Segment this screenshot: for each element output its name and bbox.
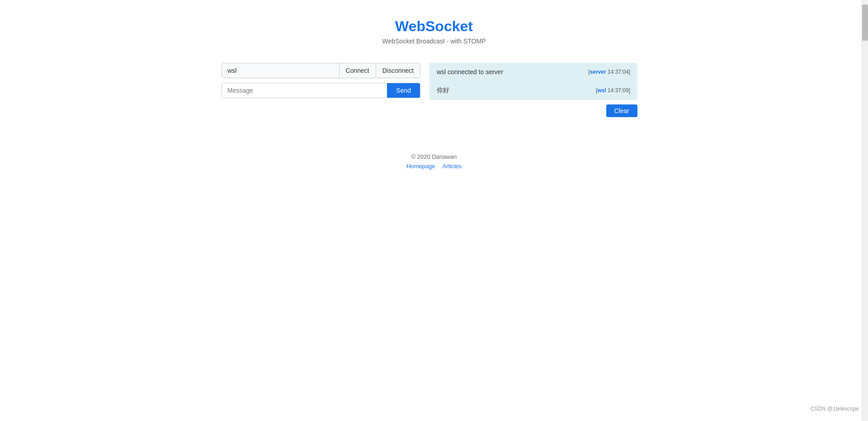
footer-links: HomepageArticles [406,163,462,170]
footer: © 2020 Dariawan HomepageArticles [406,153,462,170]
main-content: Connect Disconnect Send wsl connected to… [222,63,646,117]
clear-row: Clear [429,104,637,117]
scrollbar-thumb[interactable] [862,5,868,41]
connect-button[interactable]: Connect [339,63,376,78]
connection-input[interactable] [222,63,339,78]
footer-link[interactable]: Homepage [406,163,435,170]
page-subtitle: WebSocket Broadcast - with STOMP [382,38,486,45]
message-row: Send [222,83,420,98]
copyright-text: © 2020 Dariawan [406,153,462,160]
connection-row: Connect Disconnect [222,63,420,78]
footer-link[interactable]: Articles [442,163,462,170]
send-button[interactable]: Send [387,83,420,98]
message-meta: [server 14:37:04] [588,69,630,75]
messages-container: wsl connected to server [server 14:37:04… [429,63,637,100]
message-input[interactable] [222,83,387,98]
page-header: WebSocket WebSocket Broadcast - with STO… [382,18,486,45]
scrollbar[interactable] [862,0,868,421]
message-meta: [wsl 14:37:09] [596,87,630,94]
disconnect-button[interactable]: Disconnect [376,63,420,78]
csdn-badge: CSDN @1telescope [810,406,859,412]
left-panel: Connect Disconnect Send [222,63,420,117]
message-text: wsl connected to server [437,68,503,76]
clear-button[interactable]: Clear [606,104,637,117]
message-item: 你好 [wsl 14:37:09] [429,81,637,100]
message-text: 你好 [437,86,449,95]
message-item: wsl connected to server [server 14:37:04… [429,63,637,81]
page-title: WebSocket [382,18,486,35]
right-panel: wsl connected to server [server 14:37:04… [429,63,637,117]
